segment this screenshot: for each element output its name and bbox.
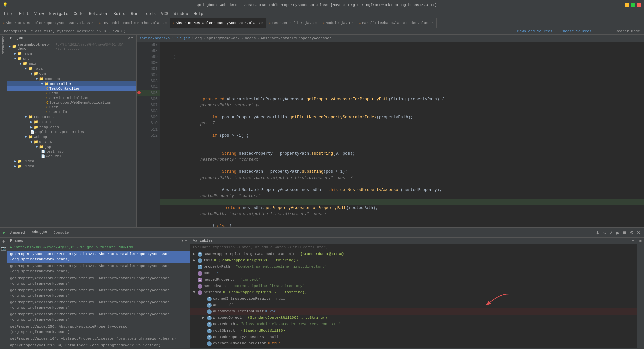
menu-refactor[interactable]: Refactor — [86, 11, 111, 17]
frame-item-setPropertyValue[interactable]: setPropertyValue:256, AbstractNestablePr… — [7, 323, 190, 335]
tree-item-mvn[interactable]: ▶ 📁 .mvn — [7, 51, 136, 56]
reader-mode-label[interactable]: Reader Mode — [615, 29, 640, 33]
var-autoGrowNestedPaths[interactable]: f autoGrowNestedPaths = true — [190, 347, 637, 348]
debug-stop[interactable]: ⏹ — [622, 229, 628, 236]
debug-tool1[interactable]: ⚙ — [2, 239, 5, 244]
debug-right-tool1[interactable]: ⊞ — [639, 239, 642, 243]
tree-item-UserInfo[interactable]: C UserInfo — [7, 110, 136, 114]
menu-view[interactable]: View — [32, 11, 47, 17]
vars-eval-bar[interactable]: Evaluate expression (Enter) or add a wat… — [190, 244, 637, 251]
tree-item-idea[interactable]: ▶ 📁 .idea — [7, 159, 136, 164]
debug-step-out[interactable]: ↗ — [608, 229, 614, 236]
menu-code[interactable]: Code — [71, 11, 86, 17]
download-sources-link[interactable]: Download Sources — [517, 29, 553, 33]
tree-item-application-props[interactable]: 📄 application.properties — [7, 130, 136, 134]
tab-InvocableHandlerMethod[interactable]: ☕ InvocableHandlerMethod.class ✕ — [96, 18, 170, 28]
frames-filter[interactable]: ▼ — [181, 239, 184, 243]
debug-resume[interactable]: ▶ — [615, 229, 620, 236]
menu-build[interactable]: Build — [111, 11, 128, 17]
tree-item-SpringbootWebDemoApplication[interactable]: C SpringbootWebDemoApplication — [7, 100, 136, 105]
tab-AbstractNestablePropertyAccessor-2[interactable]: ☕ AbstractNestablePropertyAccessor.class… — [170, 18, 266, 28]
bc-part2[interactable]: org — [195, 36, 202, 40]
tree-item-controller[interactable]: ▼ 📁 controller — [7, 81, 136, 86]
debug-tab-debugger[interactable]: Debugger — [31, 230, 48, 235]
tree-item-java2[interactable]: ▶ 📁 .idea — [7, 164, 136, 169]
tree-item-test-jsp[interactable]: 📄 test.jsp — [7, 149, 136, 154]
structure-tool[interactable]: Structure — [2, 36, 5, 54]
tree-item-templates[interactable]: ▶ 📁 templates — [7, 124, 136, 130]
sidebar-expand-all[interactable]: ≡ — [131, 36, 133, 40]
tree-item-webapp[interactable]: ▼ 📁 webapp — [7, 134, 136, 139]
var-nestedPath-child[interactable]: f nestedPath = "class.module.classLoader… — [190, 321, 637, 328]
frame-item-0[interactable]: ▶ "http-nio-8080-exec-4"@11,055 in group… — [7, 244, 190, 251]
tab-AbstractNestablePropertyAccessor-1[interactable]: ☕ AbstractNestablePropertyAccessor.class… — [0, 18, 96, 28]
tree-item-moonsec[interactable]: ▼ 📁 moonsec — [7, 76, 136, 81]
var-rootObject[interactable]: f rootObject = {StandardRoot@11136} — [190, 328, 637, 334]
menu-run[interactable]: Run — [128, 11, 141, 17]
minimize-button[interactable] — [625, 3, 629, 7]
debug-settings[interactable]: ⚙ — [629, 229, 635, 236]
var-cachedIntrospectionResults[interactable]: f cachedIntrospectionResults = null — [190, 296, 637, 302]
frame-item-2[interactable]: getPropertyAccessorForPropertyPath:821, … — [7, 263, 190, 275]
tree-item-jsp[interactable]: ▼ 📁 jsp — [7, 144, 136, 149]
var-nestedPropertyAccessors[interactable]: f nestedPropertyAccessors = null — [190, 334, 637, 340]
tree-item-java[interactable]: ▼ 📁 java — [7, 66, 136, 71]
debug-tool2[interactable]: 📷 — [1, 246, 6, 251]
tab-Module[interactable]: ☕ Module.java ✕ — [320, 18, 356, 28]
bc-part1[interactable]: spring-beans-5.3.17.jar — [139, 36, 190, 40]
tree-item-Demo[interactable]: C Demo — [7, 91, 136, 96]
tab-TestController[interactable]: ☕ TestController.java ✕ — [266, 18, 320, 28]
tab-ParallelWebappClassLoader[interactable]: ☕ ParallelWebappClassLoader.class ✕ — [356, 18, 437, 28]
title-bar-controls[interactable] — [625, 3, 641, 7]
menu-window[interactable]: Window — [171, 11, 191, 17]
frame-item-4[interactable]: getPropertyAccessorForPropertyPath:821, … — [7, 287, 190, 299]
bc-part4[interactable]: beans — [245, 36, 256, 40]
tree-item-src[interactable]: ▼ 📁 src — [7, 56, 136, 61]
var-nestedPath[interactable]: l nestedPath = "parent.pipeline.first.di… — [190, 283, 637, 289]
menu-file[interactable]: File — [1, 11, 16, 17]
frame-item-6[interactable]: getPropertyAccessorForPropertyPath:821, … — [7, 311, 190, 323]
var-extractOldValueForEditor[interactable]: f extractOldValueForEditor = true — [190, 340, 637, 347]
sidebar-gear[interactable]: ⚙ — [128, 36, 130, 40]
close-button[interactable] — [637, 3, 641, 7]
menu-navigate[interactable]: Navigate — [46, 11, 71, 17]
var-BeanWrapperImpl[interactable]: ▶ f BeanWrapperImpl.this.getWrappedInsta… — [190, 251, 637, 257]
frame-item-applyPropertyValues[interactable]: applyPropertyValues:889, DataBinder (org… — [7, 342, 190, 348]
bc-part3[interactable]: springframework — [207, 36, 240, 40]
var-wrappedObject[interactable]: ▶ f wrappedObject = {StandardContext@111… — [190, 315, 637, 321]
tree-item-main[interactable]: ▼ 📁 main — [7, 61, 136, 66]
tree-item-User[interactable]: C User — [7, 105, 136, 110]
tree-item-web-xml[interactable]: 📄 web.xml — [7, 154, 136, 159]
menu-tools[interactable]: Tools — [141, 11, 158, 17]
maximize-button[interactable] — [631, 3, 635, 7]
var-pos[interactable]: l pos = 7 — [190, 270, 637, 277]
tree-item-TestController[interactable]: C TestController — [7, 86, 136, 91]
bc-part5[interactable]: AbstractNestablePropertyAccessor — [261, 36, 331, 40]
frame-item-3[interactable]: getPropertyAccessorForPropertyPath:821, … — [7, 275, 190, 287]
tree-item-ServletInitializer[interactable]: C ServletInitializer — [7, 96, 136, 100]
var-nestedProperty[interactable]: l nestedProperty = "context" — [190, 277, 637, 283]
frame-item-5[interactable]: getPropertyAccessorForPropertyPath:821, … — [7, 299, 190, 311]
debug-close[interactable]: ✕ — [636, 229, 641, 236]
menu-help[interactable]: Help — [191, 11, 206, 17]
menu-edit[interactable]: Edit — [16, 11, 32, 17]
frame-item-1[interactable]: getPropertyAccessorForPropertyPath:821, … — [7, 251, 190, 263]
debug-step-over[interactable]: ⬇ — [595, 229, 600, 236]
tree-item-static[interactable]: ▶ 📁 static — [7, 119, 136, 124]
var-nestedPa[interactable]: ▼ l nestedPa = {BeanWrapperImpl@11165} …… — [190, 289, 637, 296]
frame-item-setPropertyValues[interactable]: setPropertyValues:104, AbstractPropertyA… — [7, 335, 190, 342]
choose-sources-link[interactable]: Choose Sources... — [560, 29, 598, 33]
vars-add-watch[interactable]: + — [632, 239, 634, 243]
var-autoGrowCollectionLimit[interactable]: f autoGrowCollectionLimit = 256 — [190, 308, 637, 315]
debug-step-into[interactable]: ↘ — [602, 229, 607, 236]
var-propertyPath[interactable]: f propertyPath = "context.parent.pipelin… — [190, 264, 637, 270]
frames-plus[interactable]: + — [185, 239, 187, 243]
tree-item-springboot-web-demo[interactable]: ▼ 📁 springboot-web-demo F:\项目\2021\java安… — [7, 42, 136, 51]
var-acc[interactable]: f acc = null — [190, 302, 637, 308]
debug-tab-console[interactable]: Console — [53, 231, 69, 235]
tree-item-com[interactable]: ▼ 📁 com — [7, 71, 136, 76]
tree-item-WEB-INF[interactable]: ▼ 📁 WEB-INF — [7, 139, 136, 144]
var-this[interactable]: ▶ f this = {BeanWrapperImpl@11160} … toS… — [190, 257, 637, 264]
tree-item-resources[interactable]: ▼ 📁 resources — [7, 114, 136, 119]
menu-vcs[interactable]: VCS — [158, 11, 171, 17]
